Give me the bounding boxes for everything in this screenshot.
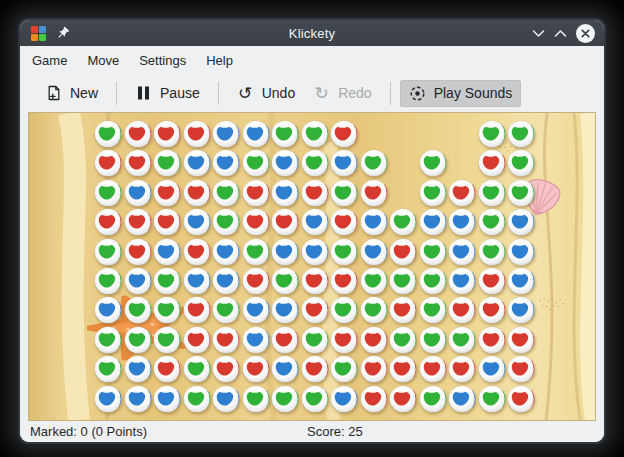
blue-ball[interactable] bbox=[448, 267, 476, 295]
green-ball[interactable] bbox=[330, 296, 358, 324]
green-ball[interactable] bbox=[478, 208, 506, 236]
blue-ball[interactable] bbox=[242, 120, 270, 148]
green-ball[interactable] bbox=[507, 179, 535, 207]
green-ball[interactable] bbox=[271, 385, 299, 413]
red-ball[interactable] bbox=[183, 296, 211, 324]
blue-ball[interactable] bbox=[153, 238, 181, 266]
pause-button[interactable]: Pause bbox=[126, 80, 209, 107]
green-ball[interactable] bbox=[301, 149, 329, 177]
red-ball[interactable] bbox=[448, 355, 476, 383]
red-ball[interactable] bbox=[360, 385, 388, 413]
red-ball[interactable] bbox=[478, 326, 506, 354]
green-ball[interactable] bbox=[419, 296, 447, 324]
app-icon[interactable] bbox=[31, 26, 46, 41]
blue-ball[interactable] bbox=[301, 208, 329, 236]
new-button[interactable]: New bbox=[36, 80, 107, 107]
red-ball[interactable] bbox=[94, 149, 122, 177]
green-ball[interactable] bbox=[360, 149, 388, 177]
green-ball[interactable] bbox=[124, 296, 152, 324]
green-ball[interactable] bbox=[389, 208, 417, 236]
blue-ball[interactable] bbox=[271, 296, 299, 324]
green-ball[interactable] bbox=[242, 149, 270, 177]
undo-button[interactable]: ↺Undo bbox=[228, 80, 304, 107]
red-ball[interactable] bbox=[360, 355, 388, 383]
blue-ball[interactable] bbox=[94, 385, 122, 413]
red-ball[interactable] bbox=[330, 120, 358, 148]
red-ball[interactable] bbox=[242, 179, 270, 207]
red-ball[interactable] bbox=[183, 326, 211, 354]
blue-ball[interactable] bbox=[419, 208, 447, 236]
blue-ball[interactable] bbox=[183, 208, 211, 236]
green-ball[interactable] bbox=[153, 326, 181, 354]
blue-ball[interactable] bbox=[124, 267, 152, 295]
maximize-icon[interactable] bbox=[554, 29, 567, 38]
green-ball[interactable] bbox=[94, 179, 122, 207]
red-ball[interactable] bbox=[330, 326, 358, 354]
green-ball[interactable] bbox=[212, 179, 240, 207]
red-ball[interactable] bbox=[301, 296, 329, 324]
blue-ball[interactable] bbox=[242, 326, 270, 354]
green-ball[interactable] bbox=[242, 385, 270, 413]
red-ball[interactable] bbox=[389, 238, 417, 266]
blue-ball[interactable] bbox=[507, 238, 535, 266]
red-ball[interactable] bbox=[360, 326, 388, 354]
green-ball[interactable] bbox=[301, 326, 329, 354]
menu-game[interactable]: Game bbox=[22, 49, 77, 72]
blue-ball[interactable] bbox=[183, 267, 211, 295]
red-ball[interactable] bbox=[271, 326, 299, 354]
blue-ball[interactable] bbox=[212, 385, 240, 413]
green-ball[interactable] bbox=[478, 120, 506, 148]
green-ball[interactable] bbox=[389, 267, 417, 295]
red-ball[interactable] bbox=[183, 179, 211, 207]
green-ball[interactable] bbox=[419, 385, 447, 413]
green-ball[interactable] bbox=[507, 120, 535, 148]
green-ball[interactable] bbox=[212, 208, 240, 236]
blue-ball[interactable] bbox=[448, 208, 476, 236]
green-ball[interactable] bbox=[419, 267, 447, 295]
blue-ball[interactable] bbox=[183, 149, 211, 177]
green-ball[interactable] bbox=[94, 238, 122, 266]
green-ball[interactable] bbox=[419, 179, 447, 207]
red-ball[interactable] bbox=[330, 208, 358, 236]
red-ball[interactable] bbox=[301, 355, 329, 383]
play-sounds-button[interactable]: Play Sounds bbox=[400, 80, 522, 107]
blue-ball[interactable] bbox=[212, 149, 240, 177]
red-ball[interactable] bbox=[389, 296, 417, 324]
red-ball[interactable] bbox=[330, 267, 358, 295]
green-ball[interactable] bbox=[271, 120, 299, 148]
green-ball[interactable] bbox=[183, 355, 211, 383]
red-ball[interactable] bbox=[94, 208, 122, 236]
pin-icon[interactable] bbox=[55, 26, 70, 41]
green-ball[interactable] bbox=[330, 355, 358, 383]
green-ball[interactable] bbox=[478, 179, 506, 207]
red-ball[interactable] bbox=[212, 355, 240, 383]
blue-ball[interactable] bbox=[271, 238, 299, 266]
blue-ball[interactable] bbox=[360, 238, 388, 266]
green-ball[interactable] bbox=[301, 385, 329, 413]
blue-ball[interactable] bbox=[360, 208, 388, 236]
green-ball[interactable] bbox=[360, 267, 388, 295]
green-ball[interactable] bbox=[301, 120, 329, 148]
blue-ball[interactable] bbox=[301, 238, 329, 266]
green-ball[interactable] bbox=[330, 179, 358, 207]
blue-ball[interactable] bbox=[507, 296, 535, 324]
green-ball[interactable] bbox=[507, 149, 535, 177]
green-ball[interactable] bbox=[94, 326, 122, 354]
red-ball[interactable] bbox=[389, 385, 417, 413]
red-ball[interactable] bbox=[242, 208, 270, 236]
red-ball[interactable] bbox=[478, 149, 506, 177]
red-ball[interactable] bbox=[271, 208, 299, 236]
red-ball[interactable] bbox=[507, 355, 535, 383]
red-ball[interactable] bbox=[507, 326, 535, 354]
green-ball[interactable] bbox=[419, 149, 447, 177]
red-ball[interactable] bbox=[183, 120, 211, 148]
blue-ball[interactable] bbox=[271, 179, 299, 207]
blue-ball[interactable] bbox=[212, 238, 240, 266]
blue-ball[interactable] bbox=[242, 296, 270, 324]
blue-ball[interactable] bbox=[507, 267, 535, 295]
blue-ball[interactable] bbox=[212, 267, 240, 295]
red-ball[interactable] bbox=[153, 355, 181, 383]
red-ball[interactable] bbox=[124, 238, 152, 266]
red-ball[interactable] bbox=[124, 149, 152, 177]
green-ball[interactable] bbox=[94, 267, 122, 295]
